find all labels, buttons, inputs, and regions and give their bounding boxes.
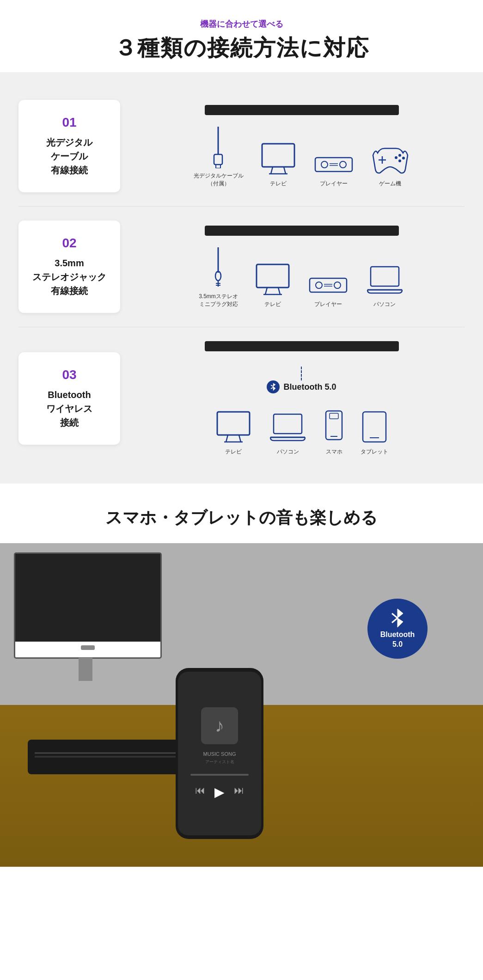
svg-point-16 bbox=[398, 154, 401, 157]
svg-point-15 bbox=[398, 159, 401, 162]
svg-rect-34 bbox=[217, 412, 250, 435]
diagram-01: 光デジタルケーブル（付属） テレビ bbox=[139, 105, 465, 188]
connection-row-01: 01 光デジタルケーブル有線接続 光デジタルケーブル（付属） bbox=[18, 86, 465, 207]
svg-line-25 bbox=[278, 288, 280, 294]
phone-screen: ♪ MUSIC SONG アーティスト名 ⏮ ▶ ⏭ bbox=[178, 672, 261, 835]
bt-label-text: Bluetooth 5.0 bbox=[283, 382, 336, 392]
icon-laptop-03: パソコン bbox=[268, 412, 307, 456]
card-number-03: 03 bbox=[62, 368, 76, 382]
icon-gamepad: ゲーム機 bbox=[371, 146, 410, 188]
label-tv-01: テレビ bbox=[270, 180, 287, 188]
card-03: 03 Bluetoothワイヤレス接続 bbox=[18, 352, 120, 445]
bt-badge-svg bbox=[388, 608, 407, 628]
icon-optical-cable: 光デジタルケーブル（付属） bbox=[194, 127, 244, 188]
dotted-line bbox=[301, 367, 302, 380]
icon-player-02: プレイヤー bbox=[307, 271, 349, 308]
laptop-svg-03 bbox=[268, 412, 307, 444]
bt-badge-text: Bluetooth 5.0 bbox=[380, 630, 415, 649]
soundbar-02 bbox=[205, 226, 399, 236]
label-laptop-02: パソコン bbox=[373, 300, 396, 308]
svg-point-8 bbox=[321, 161, 328, 168]
artist-info: アーティスト名 bbox=[205, 759, 234, 765]
bluetooth-label: Bluetooth 5.0 bbox=[267, 380, 336, 393]
album-art: ♪ bbox=[201, 707, 238, 744]
label-tablet: タブレット bbox=[361, 448, 388, 456]
svg-point-9 bbox=[340, 161, 346, 168]
svg-line-35 bbox=[226, 435, 228, 442]
svg-rect-32 bbox=[371, 267, 399, 286]
bluetooth-badge: Bluetooth 5.0 bbox=[367, 599, 428, 659]
label-gamepad: ゲーム機 bbox=[379, 180, 401, 188]
promo-section: スマホ・タブレットの音も楽しめる bbox=[0, 484, 483, 529]
svg-line-24 bbox=[265, 288, 267, 294]
laptop-svg-02 bbox=[365, 264, 404, 297]
tv-svg-01 bbox=[260, 141, 297, 176]
music-progress bbox=[190, 774, 249, 776]
svg-rect-23 bbox=[257, 264, 289, 288]
svg-rect-1 bbox=[214, 154, 222, 165]
player-svg-02 bbox=[307, 271, 349, 297]
icon-tv-02: テレビ bbox=[254, 262, 291, 308]
header-subtitle: 機器に合わせて選べる bbox=[9, 18, 474, 30]
monitor-stand bbox=[79, 658, 92, 681]
svg-point-28 bbox=[316, 282, 322, 288]
icons-row-03: テレビ パソコン bbox=[215, 410, 388, 456]
label-tv-03: テレビ bbox=[225, 448, 242, 456]
icon-tablet: タブレット bbox=[361, 410, 388, 456]
svg-line-4 bbox=[271, 167, 273, 174]
smartphone-svg bbox=[324, 410, 344, 444]
svg-point-17 bbox=[402, 157, 405, 159]
label-laptop-03: パソコン bbox=[277, 448, 299, 456]
icon-laptop-02: パソコン bbox=[365, 264, 404, 308]
player-svg-01 bbox=[313, 151, 355, 176]
diagram-02: 3.5mmステレオミニプラグ対応 テレビ bbox=[139, 226, 465, 308]
svg-rect-40 bbox=[326, 411, 342, 440]
song-info: MUSIC SONG bbox=[203, 751, 236, 757]
promo-title: スマホ・タブレットの音も楽しめる bbox=[18, 507, 465, 529]
diagram-03: Bluetooth 5.0 テレビ bbox=[139, 341, 465, 456]
bt-label-container: Bluetooth 5.0 bbox=[267, 367, 336, 403]
card-number-02: 02 bbox=[62, 236, 76, 251]
card-title-01: 光デジタルケーブル有線接続 bbox=[46, 135, 92, 177]
svg-point-14 bbox=[395, 156, 397, 159]
svg-point-29 bbox=[334, 282, 341, 288]
card-title-03: Bluetoothワイヤレス接続 bbox=[46, 388, 92, 429]
icon-35mm-cable: 3.5mmステレオミニプラグ対応 bbox=[199, 247, 238, 308]
card-title-02: 3.5mmステレオジャック有線接続 bbox=[32, 256, 106, 298]
icon-tv-03: テレビ bbox=[215, 410, 252, 456]
35mm-cable-svg bbox=[206, 247, 231, 289]
label-player-02: プレイヤー bbox=[314, 300, 342, 308]
icon-smartphone: スマホ bbox=[324, 410, 344, 456]
bt-svg bbox=[269, 383, 277, 391]
music-controls: ⏮ ▶ ⏭ bbox=[195, 784, 244, 800]
svg-rect-38 bbox=[274, 414, 302, 434]
label-smartphone: スマホ bbox=[326, 448, 342, 456]
icon-tv-01: テレビ bbox=[260, 141, 297, 188]
icons-row-01: 光デジタルケーブル（付属） テレビ bbox=[194, 127, 410, 188]
label-player-01: プレイヤー bbox=[320, 180, 348, 188]
svg-rect-42 bbox=[330, 413, 338, 419]
photo-section: ♪ MUSIC SONG アーティスト名 ⏮ ▶ ⏭ Bluetoo bbox=[0, 543, 483, 867]
icon-player-01: プレイヤー bbox=[313, 151, 355, 188]
header-section: 機器に合わせて選べる ３種類の接続方法に対応 bbox=[0, 0, 483, 72]
soundbar-03 bbox=[205, 341, 399, 351]
connection-row-03: 03 Bluetoothワイヤレス接続 Bluetooth 5.0 bbox=[18, 327, 465, 470]
icons-row-02: 3.5mmステレオミニプラグ対応 テレビ bbox=[199, 247, 404, 308]
gamepad-svg bbox=[371, 146, 410, 176]
header-title: ３種類の接続方法に対応 bbox=[9, 33, 474, 63]
connection-row-02: 02 3.5mmステレオジャック有線接続 3.5mmステレオミニプラグ対応 bbox=[18, 207, 465, 327]
tablet-svg bbox=[361, 410, 388, 444]
bg-monitor bbox=[14, 552, 162, 659]
phone-body: ♪ MUSIC SONG アーティスト名 ⏮ ▶ ⏭ bbox=[176, 668, 263, 839]
svg-line-5 bbox=[284, 167, 286, 174]
main-content: 01 光デジタルケーブル有線接続 光デジタルケーブル（付属） bbox=[0, 72, 483, 484]
card-01: 01 光デジタルケーブル有線接続 bbox=[18, 100, 120, 192]
bt-badge-icon bbox=[388, 608, 407, 628]
card-02: 02 3.5mmステレオジャック有線接続 bbox=[18, 220, 120, 313]
tv-svg-02 bbox=[254, 262, 291, 297]
label-tv-02: テレビ bbox=[264, 300, 281, 308]
bluetooth-icon bbox=[267, 380, 280, 393]
label-optical-cable: 光デジタルケーブル（付属） bbox=[194, 172, 244, 188]
soundbar-01 bbox=[205, 105, 399, 115]
optical-cable-svg bbox=[206, 127, 231, 168]
